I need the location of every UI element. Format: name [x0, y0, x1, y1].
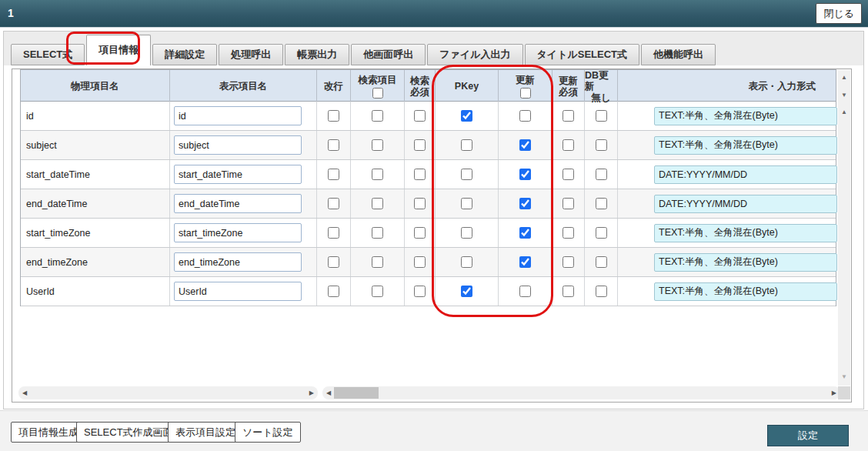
search-item-checkbox[interactable] [372, 198, 383, 209]
update-required-checkbox[interactable] [563, 256, 574, 268]
horizontal-scrollbar-left[interactable]: ◀ ▶ [18, 386, 318, 399]
generate-field-info-button[interactable]: 項目情報生成 [11, 422, 86, 443]
update-checkbox[interactable] [519, 169, 531, 180]
update-required-checkbox[interactable] [563, 198, 574, 209]
pkey-checkbox[interactable] [461, 110, 472, 122]
db-no-update-checkbox[interactable] [596, 169, 607, 180]
search-required-checkbox[interactable] [414, 256, 426, 268]
newline-checkbox[interactable] [328, 198, 339, 209]
vertical-scrollbar[interactable]: ▲ ▼ ▲ ▼ [838, 70, 850, 386]
update-checkbox[interactable] [519, 198, 531, 209]
tab-item-1[interactable]: 項目情報 [86, 35, 151, 65]
search-required-checkbox[interactable] [414, 286, 426, 297]
scroll-left-icon[interactable]: ◀ [22, 389, 27, 396]
scroll-down-icon[interactable]: ▼ [838, 373, 850, 380]
format-input[interactable] [654, 224, 837, 242]
tab-item-2[interactable]: 詳細設定 [152, 44, 217, 65]
scroll-up-icon[interactable]: ▲ [838, 109, 850, 115]
format-input[interactable] [654, 195, 837, 213]
display-name-input[interactable] [174, 223, 302, 242]
db-no-update-checkbox[interactable] [596, 198, 607, 209]
db-no-update-checkbox[interactable] [596, 110, 607, 122]
update-checkbox[interactable] [519, 110, 531, 122]
col-header-newline: 改行 [317, 70, 351, 103]
search-item-checkbox[interactable] [372, 286, 383, 297]
update-checkbox[interactable] [519, 256, 531, 268]
scroll-right-icon[interactable]: ▶ [832, 389, 836, 396]
search-required-checkbox[interactable] [414, 169, 426, 180]
update-checkbox[interactable] [519, 139, 531, 151]
scrollbar-thumb[interactable] [334, 387, 379, 399]
search-item-header-checkbox[interactable] [372, 88, 383, 99]
display-name-input[interactable] [174, 194, 302, 213]
format-input[interactable] [654, 282, 837, 301]
col-header-search-item: 検索項目 [351, 70, 405, 103]
sort-settings-button[interactable]: ソート設定 [235, 422, 301, 443]
close-button[interactable]: 閉じる [816, 3, 862, 24]
display-name-input[interactable] [174, 135, 302, 155]
update-required-checkbox[interactable] [563, 110, 574, 122]
display-name-input[interactable] [174, 106, 302, 125]
update-checkbox[interactable] [519, 227, 531, 239]
update-header-checkbox[interactable] [520, 88, 531, 99]
update-required-checkbox[interactable] [563, 286, 574, 297]
horizontal-scrollbar-right[interactable]: ◀ ▶ [322, 386, 840, 399]
newline-checkbox[interactable] [328, 256, 339, 268]
db-no-update-checkbox[interactable] [596, 256, 607, 268]
newline-checkbox[interactable] [328, 227, 339, 239]
tab-item-7[interactable]: タイトルSELECT式 [525, 44, 640, 65]
db-no-update-checkbox[interactable] [596, 227, 607, 239]
pkey-checkbox[interactable] [461, 227, 472, 239]
tab-item-8[interactable]: 他機能呼出 [641, 44, 716, 65]
tab-item-0[interactable]: SELECT式 [11, 44, 85, 65]
db-no-update-checkbox[interactable] [596, 139, 607, 151]
display-name-input[interactable] [174, 165, 302, 184]
search-item-checkbox[interactable] [372, 139, 383, 151]
pkey-checkbox[interactable] [461, 256, 472, 268]
tab-item-6[interactable]: ファイル入出力 [427, 44, 522, 65]
table-row: start_dateTime [21, 160, 836, 189]
display-name-input[interactable] [174, 282, 302, 301]
format-input[interactable] [654, 136, 837, 155]
table-row: subject [21, 131, 836, 160]
pkey-checkbox[interactable] [461, 286, 472, 297]
display-item-settings-button[interactable]: 表示項目設定 [168, 422, 243, 443]
search-item-checkbox[interactable] [372, 227, 383, 239]
pkey-checkbox[interactable] [461, 198, 472, 209]
search-item-checkbox[interactable] [372, 110, 383, 122]
scroll-left-icon[interactable]: ◀ [326, 389, 331, 396]
scroll-right-icon[interactable]: ▶ [309, 389, 314, 396]
search-required-checkbox[interactable] [414, 139, 426, 151]
table-row: end_timeZone [21, 248, 836, 277]
format-input[interactable] [654, 165, 837, 184]
newline-checkbox[interactable] [328, 286, 339, 297]
footer-bar: 項目情報生成 SELECT式作成画面 表示項目設定 ソート設定 設定 [0, 410, 868, 451]
apply-settings-button[interactable]: 設定 [767, 425, 849, 446]
display-name-input[interactable] [174, 252, 302, 272]
update-required-checkbox[interactable] [563, 169, 574, 180]
update-checkbox[interactable] [519, 286, 531, 297]
tab-item-5[interactable]: 他画面呼出 [351, 44, 426, 65]
newline-checkbox[interactable] [328, 169, 339, 180]
pkey-checkbox[interactable] [461, 169, 472, 180]
tab-item-4[interactable]: 帳票出力 [285, 44, 349, 65]
pkey-checkbox[interactable] [461, 139, 472, 151]
db-no-update-checkbox[interactable] [596, 286, 607, 297]
update-required-checkbox[interactable] [563, 227, 574, 239]
format-input[interactable] [654, 253, 837, 272]
search-required-checkbox[interactable] [414, 227, 426, 239]
scroll-down-icon[interactable]: ▼ [838, 92, 850, 99]
table-row: id [21, 102, 836, 131]
search-item-checkbox[interactable] [372, 169, 383, 180]
tab-content: 物理項目名 表示項目名 改行 検索項目 検索 必須 PKey 更新 [4, 65, 863, 409]
newline-checkbox[interactable] [328, 139, 339, 151]
newline-checkbox[interactable] [328, 110, 339, 122]
format-input[interactable] [654, 107, 837, 125]
scroll-up-icon[interactable]: ▲ [838, 74, 850, 81]
search-required-checkbox[interactable] [414, 198, 426, 209]
tab-item-3[interactable]: 処理呼出 [219, 44, 283, 65]
search-required-checkbox[interactable] [414, 110, 426, 122]
update-required-checkbox[interactable] [563, 139, 574, 151]
select-builder-screen-button[interactable]: SELECT式作成画面 [76, 422, 181, 443]
search-item-checkbox[interactable] [372, 256, 383, 268]
